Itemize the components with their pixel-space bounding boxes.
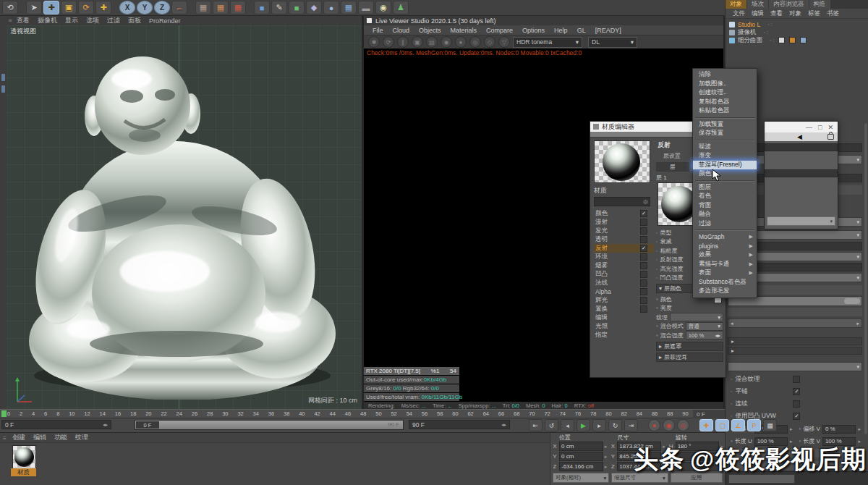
render-settings-button[interactable]: ▦	[230, 1, 246, 14]
add-mograph-menu[interactable]: ▦	[341, 1, 357, 14]
channel-透明[interactable]: 透明	[594, 235, 654, 244]
attr-连续[interactable]: ◦连续	[726, 399, 862, 408]
current-frame-marker[interactable]	[1, 410, 7, 417]
menu-item-背面[interactable]: 背面	[693, 201, 757, 211]
attribute-row[interactable]	[728, 308, 862, 316]
add-camera-menu[interactable]: ▬	[358, 1, 374, 14]
viewport-canvas[interactable]: 透视视图 网格间距 : 10 cm	[7, 25, 362, 409]
focus-pick-icon[interactable]: ◇	[484, 36, 495, 48]
uvw-tag-icon[interactable]	[800, 37, 807, 43]
tree-node-Studio L[interactable]: Studio L◦ :	[726, 20, 868, 28]
frame-slider-handle[interactable]: 0 F	[136, 421, 159, 429]
material-manager-menu-item[interactable]: 编辑	[33, 433, 46, 442]
channel-辉光[interactable]: 辉光	[594, 296, 654, 305]
minimize-icon[interactable]: —	[806, 124, 812, 131]
menu-item-加载预置[interactable]: 加载预置	[693, 120, 757, 130]
goto-end-button[interactable]: ⇥	[624, 419, 638, 431]
material-thumbnail[interactable]	[12, 445, 36, 469]
add-generator-menu[interactable]: ■	[289, 1, 305, 14]
live-viewer-menu-item[interactable]: Compare	[486, 27, 513, 34]
material-manager-menu-item[interactable]: 功能	[54, 433, 67, 442]
menu-item-噪波[interactable]: 噪波	[693, 143, 757, 152]
pick-material-icon[interactable]: ◎	[469, 36, 481, 48]
timeline-ruler[interactable]: 0246810121416182022242628303234363840424…	[0, 409, 693, 418]
live-viewer-menu-item[interactable]: File	[373, 27, 383, 34]
menu-item-效果[interactable]: 效果▶	[693, 250, 757, 260]
subsample-icon[interactable]: ▽	[498, 36, 510, 48]
menu-item-素描与卡通[interactable]: 素描与卡通▶	[693, 260, 757, 269]
frame-slider[interactable]: 0 F 90 F	[135, 420, 404, 430]
coord-value-field[interactable]: 0 cm	[559, 442, 603, 451]
channel-checkbox[interactable]	[640, 279, 647, 287]
viewport-menu-item[interactable]: 摄像机	[38, 16, 57, 25]
menu-item-渐变[interactable]: 渐变	[693, 151, 757, 161]
pen-tool-menu[interactable]: ✎	[271, 1, 287, 14]
material-manager-menu-icon[interactable]: ≡	[3, 435, 7, 442]
channel-checkbox[interactable]	[640, 253, 647, 261]
record-options-button[interactable]: ◎	[677, 419, 689, 431]
object-menu-item[interactable]: 书签	[827, 9, 839, 18]
attr-checkbox[interactable]	[793, 376, 800, 383]
channel-checkbox[interactable]	[640, 288, 647, 295]
hdr-tonemap-dropdown[interactable]: HDR tonema▾	[513, 37, 582, 48]
channel-环境[interactable]: 环境	[594, 253, 654, 261]
menu-item-保存预置[interactable]: 保存预置	[693, 129, 757, 138]
attr-checkbox[interactable]: ✓	[793, 413, 800, 420]
menu-item-创建纹理..[interactable]: 创建纹理..	[693, 88, 757, 98]
channel-编辑[interactable]: 编辑	[594, 313, 654, 322]
channel-指定[interactable]: 指定	[594, 331, 654, 340]
record-scale-toggle[interactable]: ▢	[715, 419, 729, 431]
scale-tool[interactable]: ▣	[61, 1, 77, 14]
attribute-row[interactable]: ◂▸	[728, 319, 862, 328]
menu-item-加载图像..[interactable]: 加载图像..	[693, 80, 757, 89]
channel-光照[interactable]: 光照	[594, 322, 654, 331]
add-deformer-menu[interactable]: ◆	[306, 1, 322, 14]
live-selection-tool[interactable]: ➤	[26, 1, 42, 14]
record-position-toggle[interactable]: ✚	[699, 419, 713, 431]
blend-strength-field[interactable]: 100 %◂▸	[686, 331, 723, 340]
menu-item-过滤[interactable]: 过滤	[693, 219, 757, 229]
object-menu-item[interactable]: 查看	[770, 9, 783, 18]
channel-checkbox[interactable]	[640, 262, 647, 269]
play-reverse-button[interactable]: ↺	[545, 419, 558, 431]
live-viewer-menu-item[interactable]: Objects	[419, 27, 441, 34]
end-frame-field[interactable]: 90 F◂▸	[409, 420, 510, 429]
tab-场次[interactable]: 场次	[747, 0, 768, 9]
material-preview[interactable]	[594, 140, 650, 183]
close-icon[interactable]: ✕	[827, 124, 833, 131]
dl-mode-dropdown[interactable]: DL▾	[588, 37, 637, 48]
row-button[interactable]	[844, 298, 860, 304]
previous-frame-button[interactable]: ◂	[561, 419, 574, 431]
menu-item-颜色[interactable]: 颜色	[693, 169, 757, 179]
channel-checkbox[interactable]	[640, 219, 647, 226]
object-menu-item[interactable]: 编辑	[752, 9, 764, 18]
material-search-input[interactable]: ◎	[594, 197, 650, 206]
channel-置换[interactable]: 置换	[594, 305, 654, 313]
object-menu-item[interactable]: 标签	[808, 9, 820, 18]
texture-tag-icon[interactable]	[778, 37, 785, 43]
section-层遮罩[interactable]: ▸层遮罩	[656, 342, 723, 351]
viewport-menu-item[interactable]: 过滤	[107, 16, 120, 25]
window-dropdown[interactable]: ▾	[767, 216, 835, 226]
render-region-icon[interactable]: ▤	[426, 36, 438, 48]
render-picture-viewer-button[interactable]: ▦	[213, 1, 229, 14]
live-viewer-menu-item[interactable]: Materials	[451, 27, 477, 34]
menu-item-plugins[interactable]: plugins▶	[693, 242, 757, 251]
uv-偏移 V[interactable]: ◦偏移 V0 %▸	[794, 425, 863, 434]
attr-混合纹理[interactable]: ◦混合纹理	[726, 374, 862, 384]
material-manager-menu-item[interactable]: 纹理	[75, 433, 88, 442]
layer-texture-row[interactable]: 纹理 ▾	[656, 313, 723, 322]
tab-构造[interactable]: 构造	[809, 0, 830, 9]
rotate-tool[interactable]: ⟳	[78, 1, 94, 14]
menu-item-融合[interactable]: 融合	[693, 210, 757, 219]
live-viewer-titlebar[interactable]: Live Viewer Studio 2020.1.5 (30 days lef…	[364, 16, 723, 25]
camera-sync-icon[interactable]: ●	[455, 36, 467, 48]
blend-mode-dropdown[interactable]: 普通▾	[686, 322, 723, 331]
tree-node-细分曲面[interactable]: 细分曲面◦ :	[726, 36, 868, 44]
viewport-menu-item[interactable]: 面板	[128, 16, 141, 25]
layer-brightness-row[interactable]: ◦ 亮度	[656, 304, 723, 313]
viewport-menu-icon[interactable]: ≡	[9, 17, 12, 24]
z-axis-toggle[interactable]: Z	[154, 1, 170, 14]
viewport-menu-item[interactable]: 显示	[65, 16, 78, 25]
channel-发光[interactable]: 发光	[594, 227, 654, 235]
